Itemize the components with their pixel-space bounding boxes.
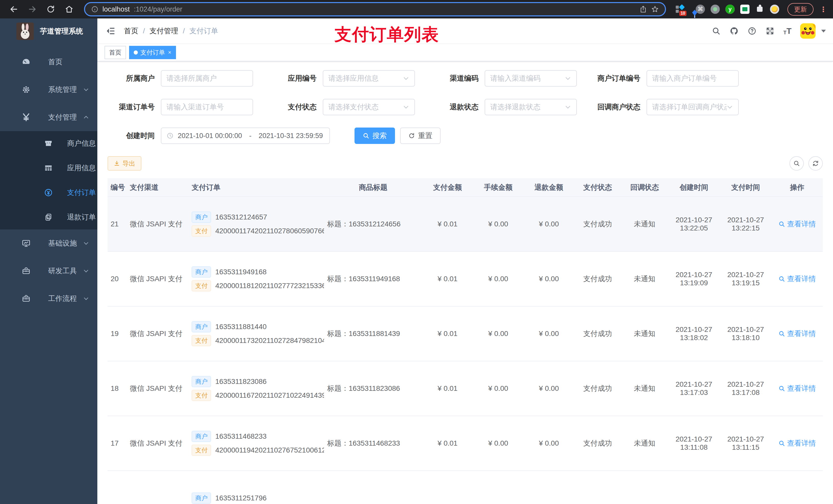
github-icon[interactable] xyxy=(730,26,739,35)
close-icon[interactable]: × xyxy=(168,49,171,56)
forward-icon[interactable] xyxy=(25,2,40,16)
filter-field[interactable]: 请选择支付状态 xyxy=(323,99,415,115)
merchant-order-no: 1635311949168 xyxy=(215,268,266,276)
sidebar-item-pay-order[interactable]: 支付订单 xyxy=(0,180,97,205)
search-icon[interactable] xyxy=(712,26,721,35)
extension-emoji-icon[interactable] xyxy=(770,5,779,14)
extension-chat-icon[interactable] xyxy=(740,5,749,14)
cell-title: 标题：1635312124656 xyxy=(324,197,422,251)
cell-pay-time xyxy=(720,471,771,504)
bookmark-star-icon[interactable] xyxy=(651,5,659,13)
filter-row-1: 所属商户 请选择所属商户 应用编号 请选择应用信息 xyxy=(108,70,823,87)
tab-home[interactable]: 首页 xyxy=(104,46,126,59)
cell-pay-time: 2021-10-27 13:19:15 xyxy=(720,251,771,306)
sidebar-item-refund-order[interactable]: 退款订单 xyxy=(0,205,97,230)
filter-field[interactable]: 请输入商户订单编号 xyxy=(646,70,739,87)
breadcrumb-pay[interactable]: 支付管理 xyxy=(149,26,178,36)
cell-fee-amount: ¥ 0.00 xyxy=(473,251,524,306)
back-icon[interactable] xyxy=(6,2,22,16)
share-icon[interactable] xyxy=(639,5,647,13)
sidebar-item-pay[interactable]: 支付管理 xyxy=(0,103,97,131)
address-bar[interactable]: localhost:1024/pay/order xyxy=(84,2,666,16)
sidebar-item-infra[interactable]: 基础设施 xyxy=(0,230,97,257)
site-info-icon[interactable] xyxy=(91,6,98,13)
avatar[interactable] xyxy=(800,23,815,39)
caret-down-icon[interactable] xyxy=(821,30,826,32)
hamburger-icon[interactable] xyxy=(105,26,116,36)
chevron-down-icon xyxy=(565,75,571,82)
cell-id: 20 xyxy=(108,251,127,306)
export-button[interactable]: 导出 xyxy=(108,156,141,171)
toolbox-icon xyxy=(22,266,31,275)
view-detail-link[interactable]: 查看详情 xyxy=(779,384,816,393)
cell-pay-status: 支付成功 xyxy=(574,416,621,471)
navbar-actions: TT xyxy=(712,23,826,39)
url-host: localhost xyxy=(102,5,130,13)
extension-blocks-icon[interactable]: 10 xyxy=(675,5,685,14)
view-detail-link[interactable]: 查看详情 xyxy=(779,274,816,284)
col-title: 商品标题 xyxy=(324,178,422,197)
col-channel: 支付渠道 xyxy=(127,178,189,197)
view-detail-link[interactable]: 查看详情 xyxy=(779,219,816,229)
sidebar-item-system[interactable]: 系统管理 xyxy=(0,76,97,103)
cell-pay-time: 2021-10-27 13:22:15 xyxy=(720,197,771,251)
help-icon[interactable] xyxy=(747,26,757,35)
refresh-button[interactable] xyxy=(808,156,823,171)
filter-field[interactable]: 请选择退款状态 xyxy=(485,99,577,115)
extension-y-icon[interactable]: y xyxy=(725,5,735,14)
extension-command-icon[interactable]: ⌘ xyxy=(696,5,705,14)
table-row[interactable]: 19 微信 JSAPI 支付 商户1635311881440 支付4200001… xyxy=(108,306,823,361)
cell-create-time xyxy=(668,471,720,504)
search-button[interactable]: 搜索 xyxy=(355,127,395,144)
breadcrumb-current: 支付订单 xyxy=(190,26,218,36)
browser-menu-icon[interactable]: ⋮ xyxy=(820,5,827,14)
table-row[interactable]: 18 微信 JSAPI 支付 商户1635311823086 支付4200001… xyxy=(108,361,823,416)
pay-order-no: 4200001167202110271022491439 xyxy=(215,391,324,400)
table-row[interactable]: 17 微信 JSAPI 支付 商户1635311468233 支付4200001… xyxy=(108,416,823,471)
cell-fee-amount: ¥ 0.00 xyxy=(473,361,524,416)
logo-row[interactable]: 芋道管理系统 xyxy=(0,19,97,44)
cell-refund-amount xyxy=(524,471,574,504)
extension-dot-icon[interactable] xyxy=(711,5,720,14)
filter-label: 渠道订单号 xyxy=(108,102,161,112)
cell-actions: 查看详情 xyxy=(771,251,823,306)
table-row[interactable]: 21 微信 JSAPI 支付 商户1635312124657 支付4200001… xyxy=(108,197,823,251)
cell-actions: 查看详情 xyxy=(771,197,823,251)
cell-pay-amount: ¥ 0.01 xyxy=(422,306,473,361)
table-row[interactable]: 20 微信 JSAPI 支付 商户1635311949168 支付4200001… xyxy=(108,251,823,306)
cell-notify-status: 未通知 xyxy=(621,306,668,361)
toggle-search-button[interactable] xyxy=(789,156,804,171)
font-size-icon[interactable]: TT xyxy=(783,27,791,35)
filter-field[interactable]: 请输入渠道订单号 xyxy=(161,99,253,115)
reset-button[interactable]: 重置 xyxy=(400,127,441,144)
cell-id: 19 xyxy=(108,306,127,361)
cell-refund-amount: ¥ 0.00 xyxy=(524,251,574,306)
browser-update-button[interactable]: 更新 xyxy=(787,3,813,16)
sidebar-item-app-info[interactable]: 应用信息 xyxy=(0,156,97,180)
extensions-puzzle-icon[interactable] xyxy=(755,5,764,14)
cell-pay-status: 支付成功 xyxy=(574,251,621,306)
table-body: 21 微信 JSAPI 支付 商户1635312124657 支付4200001… xyxy=(108,197,823,504)
sidebar-item-merchant-info[interactable]: 商户信息 xyxy=(0,131,97,156)
filter-field[interactable]: 请输入渠道编码 xyxy=(485,70,577,87)
filter-field[interactable]: 请选择订单回调商户状态 xyxy=(646,99,739,115)
filter-field[interactable]: 请选择所属商户 xyxy=(161,70,253,87)
sidebar-item-workflow[interactable]: 工作流程 xyxy=(0,285,97,312)
sidebar-item-devtools[interactable]: 研发工具 xyxy=(0,257,97,285)
view-detail-link[interactable]: 查看详情 xyxy=(779,438,816,448)
date-range-input[interactable]: 2021-10-01 00:00:00 - 2021-10-31 23:59:5… xyxy=(161,127,330,144)
fullscreen-icon[interactable] xyxy=(765,26,775,35)
breadcrumb-home[interactable]: 首页 xyxy=(124,26,138,36)
filter-row-3: 创建时间 2021-10-01 00:00:00 - 2021-10-31 23… xyxy=(108,127,823,144)
filter-label: 创建时间 xyxy=(108,131,161,141)
home-icon[interactable] xyxy=(62,2,77,16)
tab-pay-order[interactable]: 支付订单× xyxy=(129,46,176,59)
table-row[interactable]: 商户1635311251796 xyxy=(108,471,823,504)
view-detail-link[interactable]: 查看详情 xyxy=(779,329,816,339)
cell-notify-status: 未通知 xyxy=(621,197,668,251)
filter-field[interactable]: 请选择应用信息 xyxy=(323,70,415,87)
sidebar-item-home[interactable]: 首页 xyxy=(0,48,97,76)
reload-icon[interactable] xyxy=(43,2,58,16)
cell-actions: 查看详情 xyxy=(771,361,823,416)
cell-pay-order: 商户1635311949168 支付4200001181202110277723… xyxy=(189,251,324,306)
